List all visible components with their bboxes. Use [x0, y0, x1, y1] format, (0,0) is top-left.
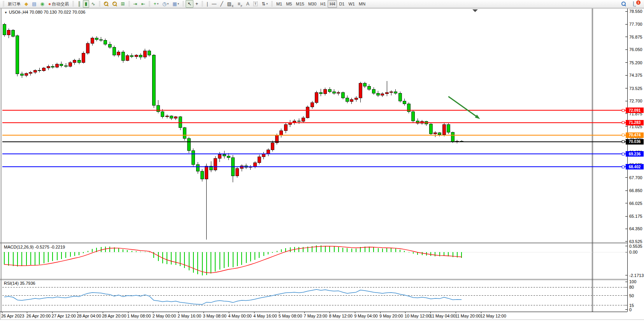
time-tick-label: 2 May 00:00: [153, 314, 176, 318]
horizontal-line-icon[interactable]: —: [210, 0, 218, 8]
vertical-line-icon[interactable]: |: [205, 0, 210, 8]
tile-windows-icon: ⊞: [121, 2, 125, 6]
arrows-icon[interactable]: ⇅▾: [260, 0, 270, 8]
rsi-pane-separator[interactable]: [0, 279, 627, 280]
price-tick-label: 67.700: [629, 175, 642, 180]
cursor-icon[interactable]: ↖: [186, 0, 193, 8]
tf-h4[interactable]: H4: [328, 0, 337, 8]
tf-d1[interactable]: D1: [337, 0, 346, 8]
navigator-icon[interactable]: ▤: [30, 0, 38, 8]
auto-scroll-icon[interactable]: ⇥: [132, 0, 139, 8]
indicators-icon-dropdown-arrow[interactable]: ▾: [157, 2, 159, 5]
fibonacci-icon[interactable]: ≡F: [236, 0, 244, 8]
new-order-button[interactable]: 新订单: [6, 0, 23, 8]
fibonacci-icon: ≡: [238, 2, 240, 6]
toolbar-grip-objects[interactable]: [202, 1, 203, 7]
rsi-tick-label: 50: [629, 293, 634, 298]
channel-icon[interactable]: ▨E: [225, 0, 236, 8]
tf-m15[interactable]: M15: [294, 0, 306, 8]
text-icon[interactable]: A: [244, 0, 251, 8]
chart-canvas[interactable]: 78.55077.70076.87576.05075.20074.37573.5…: [0, 0, 644, 321]
macd-pane: [2, 245, 627, 275]
price-axis[interactable]: 78.55077.70076.87576.05075.20074.37573.5…: [625, 9, 644, 312]
toolbar-grip-chart-types[interactable]: [72, 1, 74, 7]
crosshair-icon[interactable]: +: [193, 0, 200, 8]
price-level-line-68.402[interactable]: 68.402: [2, 164, 644, 169]
price-level-line-72.091[interactable]: 72.091: [2, 108, 644, 113]
notifications-icon: 1: [633, 2, 639, 6]
horizontal-line-icon: —: [212, 2, 216, 6]
time-tick-label: 10 May 12:00: [405, 314, 431, 318]
toolbar-grip-trade[interactable]: [3, 1, 4, 7]
price-tick-label: 63.525: [629, 239, 642, 244]
toolbar-grip-zoom[interactable]: [99, 1, 100, 7]
templates-icon: ▦: [172, 2, 177, 6]
search-icon: [621, 2, 626, 6]
toolbar-grip-add-tools[interactable]: [149, 1, 150, 7]
fibonacci-icon-sub: F: [241, 5, 242, 7]
tf-w1[interactable]: W1: [346, 0, 357, 8]
zoom-out-icon[interactable]: −: [111, 0, 119, 8]
price-tick-label: 76.875: [629, 35, 642, 39]
trend-arrow[interactable]: [448, 97, 480, 119]
trendline-icon[interactable]: ╱: [218, 0, 225, 8]
indicators-icon: +: [154, 2, 156, 6]
periods-icon[interactable]: ◷▾: [160, 0, 170, 8]
candlestick-chart-icon[interactable]: ▮: [83, 0, 89, 8]
rsi-tick-label: 100: [629, 279, 636, 284]
vertical-line-object[interactable]: [592, 9, 593, 312]
chart-shift-marker[interactable]: [472, 9, 478, 12]
time-tick-label: 1 May 08:00: [127, 314, 151, 318]
rsi-pane: [2, 287, 627, 305]
price-level-badge-label: 70.036: [629, 139, 641, 144]
toolbar-grip-timeframes[interactable]: [271, 1, 273, 7]
price-tick-label: 77.700: [629, 22, 642, 26]
indicators-icon[interactable]: +▾: [152, 0, 161, 8]
tile-windows-icon[interactable]: ⊞: [119, 0, 127, 8]
time-tick-label: 28 Apr 04:00: [77, 314, 101, 318]
bar-chart-icon: ║: [77, 2, 81, 6]
text-label-icon[interactable]: T: [251, 0, 260, 8]
search-icon[interactable]: [619, 0, 628, 8]
mt4-window: 78.55077.70076.87576.05075.20074.37573.5…: [0, 0, 644, 321]
zoom-in-icon[interactable]: +: [102, 0, 111, 8]
price-level-badge-label: 71.283: [629, 120, 641, 125]
line-chart-icon[interactable]: ∿: [89, 0, 97, 8]
bar-chart-icon[interactable]: ║: [75, 0, 83, 8]
navigator-icon: ▤: [32, 2, 36, 6]
tf-mn[interactable]: MN: [357, 0, 367, 8]
toolbar-grip-pointer[interactable]: [182, 1, 184, 7]
macd-pane-separator[interactable]: [0, 243, 627, 243]
collapse-arrow-icon[interactable]: ▼: [4, 11, 7, 14]
market-watch-icon[interactable]: ◆: [23, 0, 30, 8]
templates-icon-dropdown-arrow[interactable]: ▾: [178, 2, 179, 5]
time-axis[interactable]: 26 Apr 202326 Apr 20:0027 Apr 12:0028 Ap…: [1, 312, 506, 318]
periods-icon-dropdown-arrow[interactable]: ▾: [167, 2, 169, 5]
macd-indicator-label: MACD(12,26,9) -0.5275 -0.2219: [4, 245, 65, 249]
notifications-icon[interactable]: 1: [631, 0, 640, 8]
price-level-line-70.036[interactable]: 70.036: [2, 139, 644, 145]
templates-icon[interactable]: ▦▾: [170, 0, 181, 8]
cursor-icon: ↖: [188, 2, 191, 6]
chart-title: ▼USOil-,H4 70.080 70.130 70.022 70.036: [4, 10, 85, 14]
trendline-icon: ╱: [220, 2, 223, 6]
tf-m30[interactable]: M30: [306, 0, 318, 8]
toolbar: 新订单◆▤◉●自动交易║▮∿+−⊞⇥⇤+▾◷▾▦▾↖+|—╱▨E≡FAT⇅▾M1…: [0, 0, 644, 8]
price-level-badge-label: 69.236: [629, 152, 641, 156]
chart-shift-icon[interactable]: ⇤: [139, 0, 147, 8]
tf-m5[interactable]: M5: [284, 0, 294, 8]
time-tick-label: 12 May 12:00: [480, 314, 506, 318]
arrows-icon-dropdown-arrow[interactable]: ▾: [266, 2, 268, 5]
price-tick-label: 64.350: [629, 226, 642, 231]
price-level-line-70.474[interactable]: 70.474: [2, 132, 644, 138]
tf-h1[interactable]: H1: [318, 0, 328, 8]
time-tick-label: 3 May 08:00: [203, 314, 226, 318]
tf-m1[interactable]: M1: [274, 0, 284, 8]
autotrading-button[interactable]: ●自动交易: [46, 0, 71, 8]
price-level-line-69.236[interactable]: 69.236: [2, 151, 644, 157]
price-level-line-71.283[interactable]: 71.283: [2, 120, 644, 125]
signals-icon[interactable]: ◉: [39, 0, 46, 8]
time-tick-label: 8 May 12:00: [329, 314, 353, 318]
toolbar-grip-scroll[interactable]: [128, 1, 130, 7]
price-level-badge-label: 68.402: [629, 165, 641, 169]
